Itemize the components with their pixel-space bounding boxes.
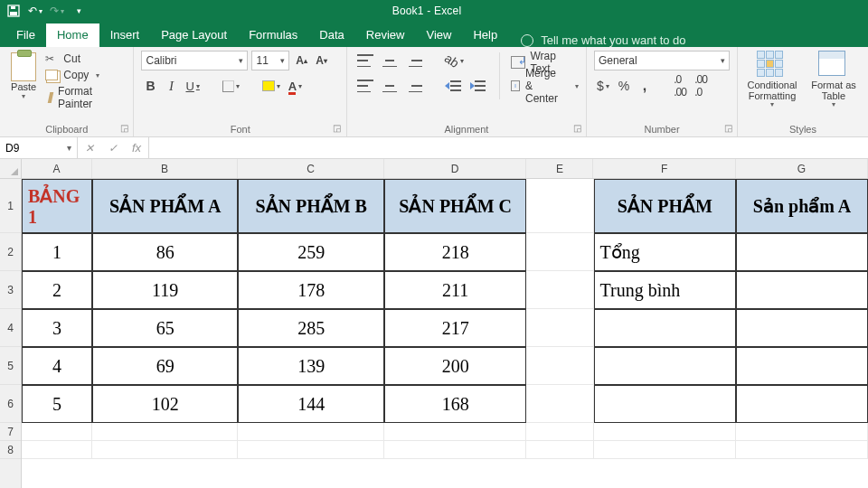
cell[interactable]: 211 (384, 271, 527, 309)
clipboard-launcher-icon[interactable]: ◲ (118, 122, 129, 133)
col-header[interactable]: B (92, 159, 239, 178)
paste-button[interactable]: Paste ▾ (7, 51, 40, 100)
increase-decimal-button[interactable]: .0.00 (671, 76, 689, 96)
col-header[interactable]: E (526, 159, 593, 178)
comma-style-button[interactable]: , (636, 76, 654, 96)
cell[interactable] (22, 441, 92, 459)
borders-button[interactable] (220, 76, 242, 96)
cell[interactable] (594, 385, 737, 423)
cell[interactable]: SẢN PHẨM A (92, 179, 238, 233)
col-header[interactable]: F (593, 159, 736, 178)
enter-formula-icon[interactable]: ✓ (101, 142, 125, 155)
cell[interactable] (526, 309, 593, 347)
name-box[interactable]: D9▾ (0, 137, 78, 158)
cell[interactable] (92, 441, 238, 459)
cell[interactable] (526, 271, 593, 309)
cell[interactable] (526, 385, 593, 423)
row-header[interactable]: 5 (0, 347, 21, 385)
row-header[interactable]: 6 (0, 385, 21, 423)
cell[interactable] (526, 233, 593, 271)
row-header[interactable]: 2 (0, 233, 21, 271)
align-right-button[interactable] (403, 76, 425, 96)
cell[interactable] (526, 423, 593, 441)
row-header[interactable]: 1 (0, 179, 21, 233)
undo-icon[interactable]: ↶▾ (29, 5, 42, 17)
cell[interactable] (92, 423, 238, 441)
bold-button[interactable]: B (141, 76, 159, 96)
cell[interactable] (736, 441, 868, 459)
format-as-table-button[interactable]: Format as Table▾ (807, 51, 861, 109)
cell[interactable]: 178 (238, 271, 383, 309)
row-header[interactable]: 7 (0, 423, 21, 441)
cell[interactable]: 217 (384, 309, 527, 347)
cell[interactable] (594, 347, 737, 385)
align-top-button[interactable] (354, 51, 376, 70)
font-color-button[interactable]: A (286, 76, 305, 96)
cell[interactable]: 102 (92, 385, 238, 423)
cell[interactable]: 285 (238, 309, 383, 347)
shrink-font-button[interactable]: A▾ (313, 51, 329, 70)
row-header[interactable]: 8 (0, 441, 21, 459)
alignment-launcher-icon[interactable]: ◲ (571, 122, 582, 133)
cell[interactable]: 168 (384, 385, 527, 423)
align-center-button[interactable] (379, 76, 401, 96)
tab-review[interactable]: Review (355, 23, 416, 47)
qat-customize-icon[interactable]: ▾ (72, 5, 85, 17)
cell[interactable]: 69 (92, 347, 238, 385)
cell[interactable]: BẢNG 1 (22, 179, 92, 233)
cell[interactable]: 200 (384, 347, 527, 385)
tab-home[interactable]: Home (46, 23, 99, 47)
font-size-combo[interactable]: 11▾ (251, 51, 289, 70)
cell[interactable]: SẢN PHẨM B (238, 179, 383, 233)
tab-page-layout[interactable]: Page Layout (150, 23, 238, 47)
cell[interactable]: 86 (92, 233, 238, 271)
col-header[interactable]: A (22, 159, 92, 178)
tab-formulas[interactable]: Formulas (238, 23, 308, 47)
cell[interactable]: 259 (238, 233, 383, 271)
cell[interactable]: SẢN PHẨM (594, 179, 737, 233)
cell[interactable]: Trung bình (594, 271, 737, 309)
align-bottom-button[interactable] (403, 51, 425, 70)
align-left-button[interactable] (354, 76, 376, 96)
copy-button[interactable]: Copy▾ (45, 69, 126, 81)
tab-view[interactable]: View (415, 23, 462, 47)
cell[interactable]: Tổng (594, 233, 737, 271)
cell[interactable]: 139 (238, 347, 383, 385)
cancel-formula-icon[interactable]: ✕ (78, 142, 101, 155)
tab-help[interactable]: Help (462, 23, 508, 47)
row-header[interactable]: 4 (0, 309, 21, 347)
format-painter-button[interactable]: Format Painter (45, 85, 126, 110)
cell[interactable]: Sản phẩm A (736, 179, 868, 233)
cell[interactable] (594, 309, 737, 347)
cell[interactable]: 119 (92, 271, 238, 309)
cell[interactable] (238, 423, 383, 441)
cut-button[interactable]: ✂Cut (45, 52, 126, 65)
grow-font-button[interactable]: A▴ (293, 51, 309, 70)
cell[interactable]: 218 (384, 233, 527, 271)
save-icon[interactable] (7, 5, 20, 17)
underline-button[interactable]: U (183, 76, 202, 96)
number-format-combo[interactable]: General▾ (594, 51, 730, 70)
decrease-indent-button[interactable] (442, 76, 464, 96)
number-launcher-icon[interactable]: ◲ (722, 122, 733, 133)
cell[interactable]: 3 (22, 309, 92, 347)
tab-file[interactable]: File (5, 23, 46, 47)
cell[interactable]: 1 (22, 233, 92, 271)
font-launcher-icon[interactable]: ◲ (332, 122, 343, 133)
cell[interactable] (736, 385, 868, 423)
fill-color-button[interactable] (259, 76, 283, 96)
col-header[interactable]: C (238, 159, 384, 178)
percent-button[interactable]: % (615, 76, 633, 96)
cell[interactable] (526, 179, 593, 233)
tell-me[interactable]: Tell me what you want to do (508, 33, 685, 47)
select-all-corner[interactable] (0, 159, 21, 179)
tab-data[interactable]: Data (308, 23, 354, 47)
insert-function-icon[interactable]: fx (125, 141, 148, 155)
cell[interactable]: 144 (238, 385, 383, 423)
cell[interactable] (736, 347, 868, 385)
cell[interactable]: SẢN PHẨM C (384, 179, 527, 233)
col-header[interactable]: D (384, 159, 527, 178)
align-middle-button[interactable] (379, 51, 401, 70)
increase-indent-button[interactable] (467, 76, 488, 96)
cell[interactable] (594, 423, 737, 441)
